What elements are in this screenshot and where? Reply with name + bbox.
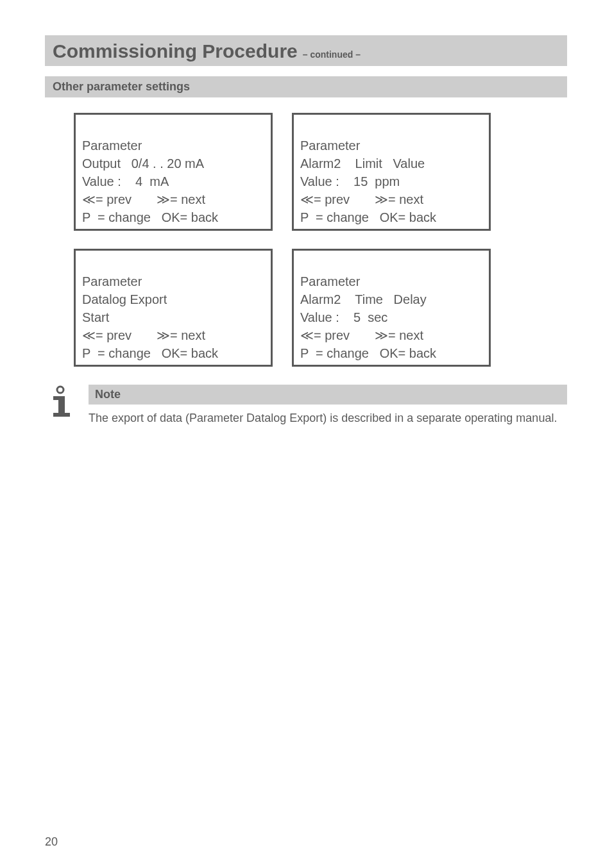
page-title: Commissioning Procedure [53, 40, 298, 62]
screen-line: Start [82, 310, 109, 324]
prev-icon: ≪ [82, 328, 96, 343]
page-subtitle: – continued – [303, 49, 361, 60]
nav-prev: = prev [314, 328, 350, 342]
nav-prev: = prev [96, 328, 132, 342]
nav-ok: OK= back [162, 210, 218, 224]
nav-p: P = change [82, 210, 151, 224]
screen-line: Value : 15 ppm [300, 174, 400, 188]
next-icon: ≫ [157, 192, 170, 207]
screen-line: Parameter [82, 138, 142, 153]
prev-icon: ≪ [300, 192, 314, 207]
screen-line: Alarm2 Time Delay [300, 292, 427, 306]
prev-icon: ≪ [300, 328, 314, 343]
note-title: Note [95, 388, 121, 401]
page-number: 20 [45, 835, 58, 849]
nav-ok: OK= back [380, 346, 436, 360]
screen-line: Datalog Export [82, 292, 167, 306]
next-icon: ≫ [157, 328, 170, 343]
page-title-bar: Commissioning Procedure – continued – [45, 35, 567, 66]
screen-row-bottom: Parameter Datalog Export Start ≪= prev ≫… [74, 249, 567, 367]
next-icon: ≫ [375, 192, 388, 207]
screen-line: Output 0/4 . . 20 mA [82, 156, 204, 171]
nav-next: = next [388, 192, 423, 206]
screen-line: Value : 4 mA [82, 174, 169, 188]
svg-point-0 [57, 387, 64, 393]
screen-line: Value : 5 sec [300, 310, 387, 324]
svg-rect-3 [53, 413, 70, 417]
screen-line: Parameter [300, 274, 360, 288]
info-icon [45, 385, 76, 419]
section-heading: Other parameter settings [53, 80, 190, 93]
lcd-screen-alarm-limit: Parameter Alarm2 Limit Value Value : 15 … [292, 113, 491, 231]
note-title-bar: Note [89, 385, 567, 405]
lcd-screen-output: Parameter Output 0/4 . . 20 mA Value : 4… [74, 113, 273, 231]
svg-rect-2 [58, 396, 65, 415]
nav-p: P = change [300, 210, 369, 224]
nav-p: P = change [300, 346, 369, 360]
nav-prev: = prev [314, 192, 350, 206]
prev-icon: ≪ [82, 192, 96, 207]
note-body: Note The export of data (Parameter Datal… [89, 385, 567, 426]
lcd-screen-datalog: Parameter Datalog Export Start ≪= prev ≫… [74, 249, 273, 367]
section-heading-bar: Other parameter settings [45, 76, 567, 97]
nav-ok: OK= back [380, 210, 436, 224]
nav-next: = next [170, 192, 205, 206]
nav-next: = next [170, 328, 205, 342]
screen-row-top: Parameter Output 0/4 . . 20 mA Value : 4… [74, 113, 567, 231]
nav-next: = next [388, 328, 423, 342]
screen-line: Parameter [82, 274, 142, 288]
screen-line: Alarm2 Limit Value [300, 156, 425, 171]
nav-prev: = prev [96, 192, 132, 206]
nav-p: P = change [82, 346, 151, 360]
screen-line: Parameter [300, 138, 360, 153]
nav-ok: OK= back [162, 346, 218, 360]
note-text: The export of data (Parameter Datalog Ex… [89, 411, 567, 426]
lcd-screen-alarm-delay: Parameter Alarm2 Time Delay Value : 5 se… [292, 249, 491, 367]
next-icon: ≫ [375, 328, 388, 343]
note-block: Note The export of data (Parameter Datal… [45, 385, 567, 426]
